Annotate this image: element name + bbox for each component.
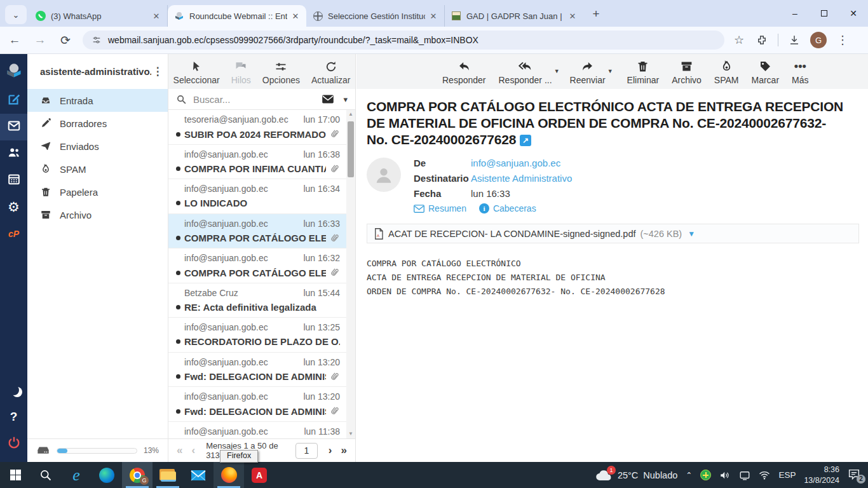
new-tab-button[interactable]: + [587, 5, 605, 23]
browser-menu-icon[interactable]: ⋮ [836, 33, 850, 47]
antivirus-icon[interactable] [700, 470, 711, 480]
next-page-icon[interactable]: › [327, 444, 334, 457]
tab-search-button[interactable]: ⌄ [5, 5, 27, 24]
folder-options-icon[interactable]: ⋮ [151, 65, 164, 78]
chrome-button[interactable]: G [122, 462, 153, 488]
sender-address-link[interactable]: info@sanjuan.gob.ec [471, 158, 560, 168]
message-row[interactable]: info@sanjuan.gob.eclun 16:33COMPRA POR C… [168, 214, 346, 249]
dark-mode-button[interactable] [0, 377, 27, 403]
extensions-icon[interactable] [755, 33, 769, 47]
acrobat-button[interactable]: A [244, 462, 275, 488]
threads-button[interactable]: Hilos [231, 60, 251, 85]
start-button[interactable] [0, 462, 31, 488]
scroll-down-icon[interactable]: ▼ [346, 430, 355, 438]
folder-enviados[interactable]: Enviados [27, 135, 168, 158]
restore-button[interactable] [810, 0, 839, 27]
downloads-icon[interactable] [787, 33, 801, 47]
language-indicator[interactable]: ESP [778, 470, 796, 480]
tab-gestion[interactable]: Seleccione Gestión Institucional ✕ [306, 5, 445, 27]
more-button[interactable]: ••• Más [792, 60, 808, 85]
wifi-icon[interactable] [759, 470, 770, 481]
folder-entrada[interactable]: Entrada [27, 89, 168, 112]
open-in-new-window-icon[interactable]: ↗ [520, 135, 531, 146]
compose-button[interactable] [0, 87, 27, 114]
scroll-up-icon[interactable]: ▲ [346, 110, 355, 119]
volume-icon[interactable] [719, 470, 731, 481]
refresh-button[interactable]: Actualizar [311, 60, 350, 85]
scrollbar-thumb[interactable] [348, 121, 354, 177]
folder-spam[interactable]: SPAM [27, 158, 168, 180]
edge-button[interactable] [92, 462, 122, 488]
forward-button[interactable]: → [29, 29, 51, 51]
message-row[interactable]: Betzabe Cruzlun 15:44RE: Acta definitiva… [168, 283, 346, 318]
tab-whatsapp[interactable]: (3) WhatsApp ✕ [29, 5, 168, 27]
page-number-input[interactable]: 1 [295, 443, 318, 459]
first-page-icon[interactable]: « [175, 444, 184, 457]
close-icon[interactable]: ✕ [567, 10, 578, 22]
prev-page-icon[interactable]: ‹ [189, 444, 197, 457]
mail-app-button[interactable] [183, 462, 214, 488]
message-row[interactable]: info@sanjuan.gob.eclun 16:32COMPRA POR C… [168, 248, 346, 283]
notification-center-button[interactable]: 2 [848, 469, 863, 482]
last-page-icon[interactable]: » [339, 444, 349, 457]
minimize-button[interactable]: – [780, 0, 810, 27]
cast-icon[interactable] [739, 470, 750, 481]
options-button[interactable]: Opciones [262, 60, 300, 85]
tray-expand-icon[interactable]: ⌃ [686, 471, 692, 480]
logout-button[interactable] [0, 430, 27, 457]
tab-roundcube[interactable]: Roundcube Webmail :: Entrada ✕ [168, 5, 306, 27]
folder-borradores[interactable]: Borradores [27, 112, 168, 135]
message-row[interactable]: info@sanjuan.gob.eclun 13:25RECORDATORIO… [168, 318, 346, 353]
cpanel-button[interactable]: cP [0, 220, 27, 247]
close-window-button[interactable]: ✕ [839, 0, 868, 27]
close-icon[interactable]: ✕ [428, 10, 439, 22]
archive-button[interactable]: Archivo [672, 60, 702, 85]
mail-nav-button[interactable] [0, 114, 27, 140]
summary-link[interactable]: Resumen [414, 203, 466, 214]
close-icon[interactable]: ✕ [151, 10, 162, 22]
file-explorer-button[interactable] [153, 462, 183, 488]
internet-explorer-button[interactable]: e [61, 462, 92, 488]
close-icon[interactable]: ✕ [290, 10, 301, 22]
address-bar[interactable]: webmail.sanjuan.gob.ec/cpsess0999027566/… [83, 30, 724, 50]
reload-button[interactable]: ⟳ [55, 29, 76, 51]
search-options-caret-icon[interactable]: ▾ [343, 95, 348, 104]
dropdown-caret-icon[interactable]: ▼ [607, 68, 613, 74]
help-button[interactable]: ? [0, 403, 27, 430]
message-row[interactable]: info@sanjuan.gob.eclun 11:38 [168, 422, 346, 439]
mark-button[interactable]: Marcar [752, 60, 780, 85]
weather-widget[interactable]: 1 25°C Nublado [595, 469, 677, 482]
forward-button[interactable]: Reenviar ▼ [570, 60, 606, 85]
attachment-bar[interactable]: A ACAT DE RECEPCION- LA CONDAMINE-signed… [367, 224, 859, 243]
settings-nav-button[interactable]: ⚙ [0, 194, 27, 220]
spam-button[interactable]: SPAM [714, 60, 739, 85]
folder-archivo[interactable]: Archivo [27, 203, 168, 226]
bookmark-star-icon[interactable]: ☆ [732, 33, 746, 47]
clock[interactable]: 8:36 13/8/2024 [804, 464, 839, 485]
select-button[interactable]: Seleccionar [173, 60, 220, 85]
profile-avatar[interactable]: G [810, 32, 827, 48]
attachment-menu-caret-icon[interactable]: ▼ [688, 229, 695, 238]
reply-all-button[interactable]: Responder ... ▼ [499, 60, 552, 85]
folder-papelera[interactable]: Papelera [27, 180, 168, 203]
delete-button[interactable]: Eliminar [627, 60, 660, 85]
calendar-nav-button[interactable] [0, 167, 27, 194]
headers-link[interactable]: i Cabeceras [479, 203, 536, 214]
search-bar[interactable]: Buscar... ▾ [168, 89, 355, 110]
message-row[interactable]: tesoreria@sanjuan.gob.eclun 17:00SUBIR P… [168, 110, 346, 145]
message-row[interactable]: info@sanjuan.gob.eclun 13:20Fwd: DELEGAC… [168, 387, 346, 422]
reply-button[interactable]: Responder [442, 60, 486, 85]
contacts-nav-button[interactable] [0, 140, 27, 167]
site-settings-icon[interactable] [92, 36, 102, 44]
message-row[interactable]: info@sanjuan.gob.eclun 16:38COMPRA POR I… [168, 145, 346, 180]
back-button[interactable]: ← [4, 29, 25, 51]
list-scrollbar[interactable]: ▲ ▼ [346, 110, 355, 438]
recipient-link[interactable]: Asistente Administrativo [471, 173, 572, 184]
firefox-button[interactable] [214, 462, 244, 488]
search-scope-mail-icon[interactable] [322, 94, 334, 104]
message-row[interactable]: info@sanjuan.gob.eclun 16:34LO INDICADO [168, 179, 346, 214]
taskbar-search-button[interactable] [31, 462, 61, 488]
message-row[interactable]: info@sanjuan.gob.eclun 13:20Fwd: DELEGAC… [168, 353, 346, 388]
tab-gad[interactable]: GAD | GADPR San Juan | ✕ [445, 5, 583, 27]
attachment-name[interactable]: ACAT DE RECEPCION- LA CONDAMINE-signed-s… [388, 229, 635, 239]
